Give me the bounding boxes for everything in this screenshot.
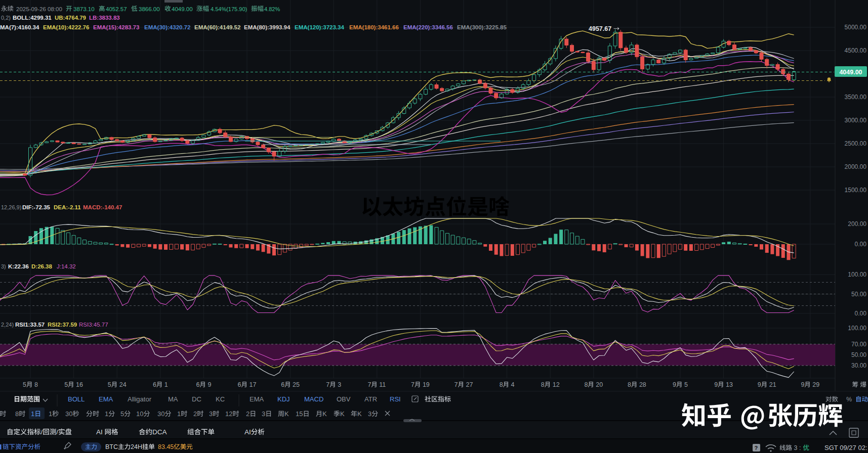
svg-text:OBV: OBV [337,395,351,403]
svg-text:UB:4764.79: UB:4764.79 [55,15,86,21]
svg-text:100.00: 100.00 [848,271,866,278]
svg-text:24H: 24H [131,443,142,450]
svg-text:24: 24 [119,381,127,388]
svg-text:27: 27 [466,381,473,388]
svg-text:1500.00: 1500.00 [845,187,867,194]
svg-text:RSI1:33.57: RSI1:33.57 [15,322,45,328]
svg-text:5: 5 [120,410,124,418]
svg-text:EMA: EMA [99,395,113,403]
svg-text:LB:3833.83: LB:3833.83 [89,15,120,21]
svg-text:5: 5 [684,381,688,388]
svg-text:9: 9 [208,381,211,388]
svg-text:19: 19 [423,381,430,388]
svg-text:200.00: 200.00 [848,220,866,228]
svg-text:RSI2:37.59: RSI2:37.59 [48,322,77,328]
svg-text:6: 6 [196,381,200,388]
svg-text:DCA: DCA [152,428,167,436]
svg-text:3): 3) [1,263,6,269]
svg-text:DC: DC [192,395,201,403]
svg-text:8: 8 [541,381,545,388]
svg-text:70.00: 70.00 [851,341,866,348]
svg-text:7: 7 [326,381,329,388]
svg-text:6: 6 [238,381,241,388]
svg-text:EMA(300):3225.85: EMA(300):3225.85 [457,24,507,30]
svg-text:3500.00: 3500.00 [845,94,867,101]
svg-text:3: 3 [262,410,265,418]
svg-text:9: 9 [673,381,676,388]
svg-text:50.00: 50.00 [851,291,866,298]
svg-text:1: 1 [177,410,181,418]
svg-text:16: 16 [76,381,83,388]
svg-text:MACD: MACD [304,395,323,403]
svg-text:2500.00: 2500.00 [845,140,867,147]
svg-text:8: 8 [584,381,588,388]
svg-text:50.00: 50.00 [851,351,866,358]
svg-text:K:22.36: K:22.36 [8,263,29,269]
svg-text:4: 4 [511,381,515,388]
svg-text:RSI3:45.77: RSI3:45.77 [79,322,108,328]
svg-text:MACD:-140.47: MACD:-140.47 [83,204,122,210]
svg-text:DEA:-2.11: DEA:-2.11 [54,204,81,210]
svg-text:4049.00: 4049.00 [172,6,193,12]
svg-text:3866.00: 3866.00 [139,6,160,12]
svg-text:2025-09-26: 2025-09-26 [16,6,46,12]
svg-text:0,2): 0,2) [1,15,11,21]
svg-text:29: 29 [812,381,819,388]
svg-text:0.00: 0.00 [855,310,867,317]
svg-text:1: 1 [105,410,108,418]
svg-text:0.00: 0.00 [855,241,867,248]
svg-text:4052.57: 4052.57 [106,6,127,12]
svg-text:EMA: EMA [250,395,264,403]
svg-text:4.82%: 4.82% [264,6,280,12]
svg-text:K: K [284,410,289,418]
svg-text:KDJ: KDJ [277,395,290,403]
svg-text:9: 9 [801,381,804,388]
svg-text:30: 30 [65,410,72,418]
svg-text:SGT: SGT [824,444,838,451]
svg-text:8: 8 [628,381,631,388]
svg-text:K: K [357,410,362,418]
svg-text:6: 6 [153,381,156,388]
svg-text:4049.00: 4049.00 [839,69,862,76]
svg-text:100.00: 100.00 [848,325,866,332]
svg-text:5: 5 [23,381,26,388]
svg-text:20: 20 [596,381,603,388]
svg-text:21: 21 [769,381,776,388]
svg-text:30: 30 [157,410,164,418]
svg-text:Alligator: Alligator [128,395,152,403]
svg-text:EMA(220):3346.56: EMA(220):3346.56 [403,24,453,30]
svg-text:4.54%(175.90): 4.54%(175.90) [211,6,247,12]
svg-text:MA: MA [168,395,178,403]
svg-text:BTC: BTC [105,443,118,450]
svg-text::: : [799,444,801,451]
svg-text:EMA(180):3461.66: EMA(180):3461.66 [349,24,399,30]
svg-text:7: 7 [454,381,458,388]
svg-text:25: 25 [293,381,300,388]
svg-text:EMA(15):4283.73: EMA(15):4283.73 [93,24,139,30]
svg-text:3: 3 [368,410,371,418]
svg-text:J:14.32: J:14.32 [57,263,76,269]
svg-text:7: 7 [367,381,371,388]
svg-text:?: ? [755,445,758,451]
svg-text:ATR: ATR [364,395,377,403]
svg-text:8: 8 [34,381,38,388]
svg-text:4500.00: 4500.00 [845,47,867,54]
svg-text:8: 8 [15,410,19,418]
svg-text:08:00: 08:00 [48,6,62,12]
svg-text:3: 3 [209,410,213,418]
svg-text:12: 12 [553,381,560,388]
svg-text:11: 11 [379,381,386,388]
svg-text:BOLL:4299.31: BOLL:4299.31 [13,15,52,21]
svg-text:3000.00: 3000.00 [845,117,867,124]
svg-text:10: 10 [136,410,143,418]
svg-text:17: 17 [250,381,257,388]
svg-text:K: K [340,410,345,418]
svg-text:1: 1 [31,410,34,418]
svg-text:DIF:-72.35: DIF:-72.35 [22,204,51,210]
svg-text:12,26,9): 12,26,9) [1,204,21,210]
svg-text:3: 3 [338,381,341,388]
svg-text:12: 12 [225,410,232,418]
svg-text:BOLL: BOLL [68,395,85,403]
svg-text:6: 6 [281,381,284,388]
svg-text:3873.10: 3873.10 [73,6,95,12]
